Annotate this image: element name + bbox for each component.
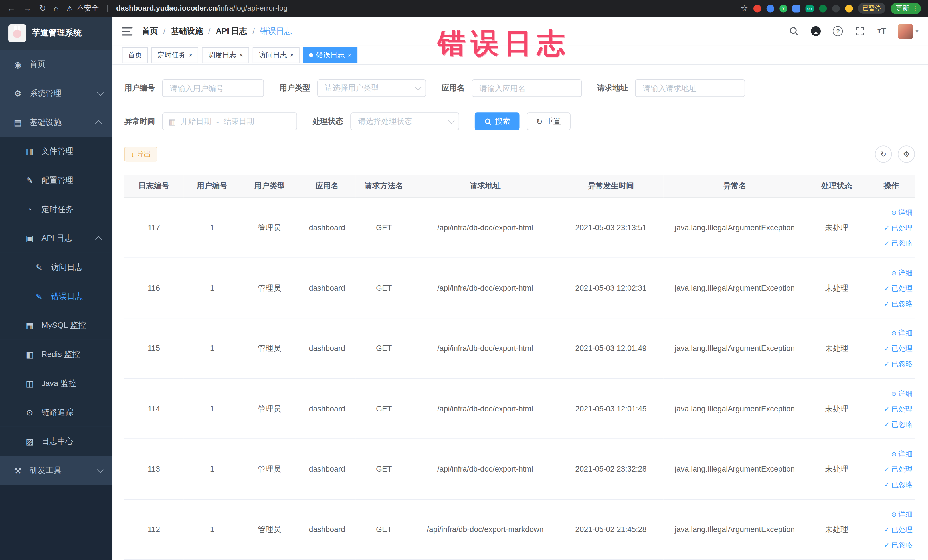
sidebar-item-error-log[interactable]: ✎ 错误日志: [0, 282, 112, 311]
sidebar-item-config-management[interactable]: ✎ 配置管理: [0, 166, 112, 195]
sidebar-item-api-logs[interactable]: ▣ API 日志: [0, 224, 112, 253]
browser-forward-icon[interactable]: →: [23, 4, 31, 12]
tag-label: 首页: [128, 50, 142, 60]
select-placeholder: 请选择处理状态: [358, 116, 412, 127]
search-icon[interactable]: [788, 25, 800, 37]
sidebar-item-label: 日志中心: [41, 436, 73, 447]
cell-status: 未处理: [806, 499, 867, 560]
user-type-label: 用户类型: [279, 83, 310, 93]
extension-on-label: on: [807, 6, 812, 11]
avatar[interactable]: [898, 23, 913, 39]
cell-log-id: 116: [124, 258, 184, 318]
ignored-link[interactable]: ✓已忽略: [870, 537, 913, 552]
detail-link[interactable]: ⊙详细: [870, 325, 913, 340]
sidebar-item-dev-tools[interactable]: ⚒ 研发工具: [0, 456, 112, 485]
browser-home-icon[interactable]: ⌂: [53, 4, 59, 12]
processed-link[interactable]: ✓已处理: [870, 461, 913, 477]
ignored-link[interactable]: ✓已忽略: [870, 477, 913, 492]
check-icon: ✓: [884, 280, 890, 296]
cell-app-name: dashboard: [298, 439, 355, 499]
close-icon[interactable]: ×: [290, 52, 293, 58]
processed-link[interactable]: ✓已处理: [870, 340, 913, 356]
extension-leaf-icon[interactable]: [819, 5, 827, 12]
processed-link[interactable]: ✓已处理: [870, 522, 913, 537]
close-icon[interactable]: ×: [189, 52, 192, 58]
user-type-select[interactable]: 请选择用户类型: [317, 79, 426, 97]
sidebar-item-infrastructure[interactable]: ▤ 基础设施: [0, 108, 112, 137]
sidebar-item-access-log[interactable]: ✎ 访问日志: [0, 253, 112, 282]
browser-refresh-icon[interactable]: ↻: [39, 4, 46, 12]
sidebar-item-label: 研发工具: [30, 465, 62, 476]
tag-schedule-log[interactable]: 调度日志 ×: [202, 47, 249, 63]
sidebar-item-scheduled-tasks[interactable]: ◔ 定时任务: [0, 195, 112, 224]
sidebar-item-file-management[interactable]: ▥ 文件管理: [0, 137, 112, 166]
search-button[interactable]: 搜索: [475, 112, 520, 130]
sidebar-item-label: 系统管理: [30, 88, 62, 98]
ignored-link[interactable]: ✓已忽略: [870, 356, 913, 371]
timer-icon: ◔: [24, 204, 35, 214]
extension-smiley-icon[interactable]: [845, 5, 853, 12]
bookmark-star-icon[interactable]: ☆: [740, 4, 748, 12]
sidebar-item-java-monitor[interactable]: ◫ Java 监控: [0, 369, 112, 398]
hamburger-icon[interactable]: [122, 27, 132, 35]
breadcrumb-api-logs[interactable]: API 日志: [216, 26, 247, 37]
sidebar-item-system-management[interactable]: ⚙ 系统管理: [0, 79, 112, 108]
refresh-table-button[interactable]: ↻: [875, 145, 892, 163]
browser-back-icon[interactable]: ←: [7, 4, 15, 12]
sidebar-item-mysql-monitor[interactable]: ▦ MySQL 监控: [0, 311, 112, 340]
check-icon: ✓: [884, 537, 890, 552]
reset-button[interactable]: ↻ 重置: [527, 112, 570, 130]
app-name-input[interactable]: [472, 79, 582, 97]
sidebar-item-home[interactable]: ◉ 首页: [0, 50, 112, 79]
sidebar-item-redis-monitor[interactable]: ◧ Redis 监控: [0, 340, 112, 369]
sidebar-item-log-center[interactable]: ▨ 日志中心: [0, 427, 112, 456]
browser-menu-kebab-icon[interactable]: ⋮: [912, 4, 919, 12]
extension-grid-icon[interactable]: [792, 5, 800, 12]
fullscreen-icon[interactable]: [854, 25, 866, 37]
site-security-indicator[interactable]: ⚠ 不安全: [66, 3, 99, 13]
app-logo[interactable]: 芋道管理系统: [0, 17, 112, 50]
detail-link[interactable]: ⊙详细: [870, 204, 913, 220]
extension-paw-icon[interactable]: [832, 5, 840, 12]
tag-access-log[interactable]: 访问日志 ×: [253, 47, 300, 63]
logo-image: [8, 24, 26, 42]
ignored-link[interactable]: ✓已忽略: [870, 296, 913, 311]
date-range-picker[interactable]: ▦ 开始日期 - 结束日期: [162, 112, 297, 130]
main-panel: 错误日志 首页 / 基础设施 / API 日志 / 错误日志: [112, 17, 928, 560]
paused-badge[interactable]: 已暂停: [858, 3, 885, 14]
sidebar-item-label: 错误日志: [51, 291, 83, 302]
processed-link[interactable]: ✓已处理: [870, 280, 913, 296]
update-button[interactable]: 更新 ⋮: [890, 3, 921, 14]
detail-link[interactable]: ⊙详细: [870, 386, 913, 401]
tag-home[interactable]: 首页: [122, 47, 148, 63]
processed-link[interactable]: ✓已处理: [870, 220, 913, 235]
access-log-icon: ✎: [33, 262, 45, 272]
breadcrumb-home[interactable]: 首页: [142, 26, 158, 37]
help-icon[interactable]: ?: [832, 25, 844, 37]
detail-link[interactable]: ⊙详细: [870, 507, 913, 522]
process-status-select[interactable]: 请选择处理状态: [350, 112, 459, 130]
extension-icon-2[interactable]: [766, 5, 774, 12]
font-size-icon[interactable]: TT: [876, 25, 887, 37]
detail-link[interactable]: ⊙详细: [870, 446, 913, 461]
ignored-link[interactable]: ✓已忽略: [870, 416, 913, 432]
export-button[interactable]: ↓ 导出: [124, 147, 157, 162]
github-icon[interactable]: [810, 25, 822, 37]
user-id-input[interactable]: [162, 79, 264, 97]
column-settings-button[interactable]: ⚙: [898, 145, 915, 163]
tag-error-log[interactable]: 错误日志 ×: [303, 47, 357, 63]
close-icon[interactable]: ×: [240, 52, 243, 58]
close-icon[interactable]: ×: [348, 52, 351, 58]
sidebar-item-link-tracing[interactable]: ⊙ 链路追踪: [0, 398, 112, 427]
breadcrumb-infrastructure[interactable]: 基础设施: [171, 26, 203, 37]
ignored-link[interactable]: ✓已忽略: [870, 235, 913, 251]
address-bar[interactable]: dashboard.yudao.iocoder.cn/infra/log/api…: [116, 4, 288, 12]
user-menu[interactable]: ▾: [898, 23, 919, 39]
extension-icon-3[interactable]: Y: [779, 5, 787, 12]
detail-link[interactable]: ⊙详细: [870, 265, 913, 280]
request-url-input[interactable]: [635, 79, 745, 97]
extension-icon-1[interactable]: [753, 5, 761, 12]
tag-scheduled-tasks[interactable]: 定时任务 ×: [151, 47, 198, 63]
processed-link[interactable]: ✓已处理: [870, 401, 913, 417]
extension-on-badge[interactable]: on: [806, 5, 814, 12]
